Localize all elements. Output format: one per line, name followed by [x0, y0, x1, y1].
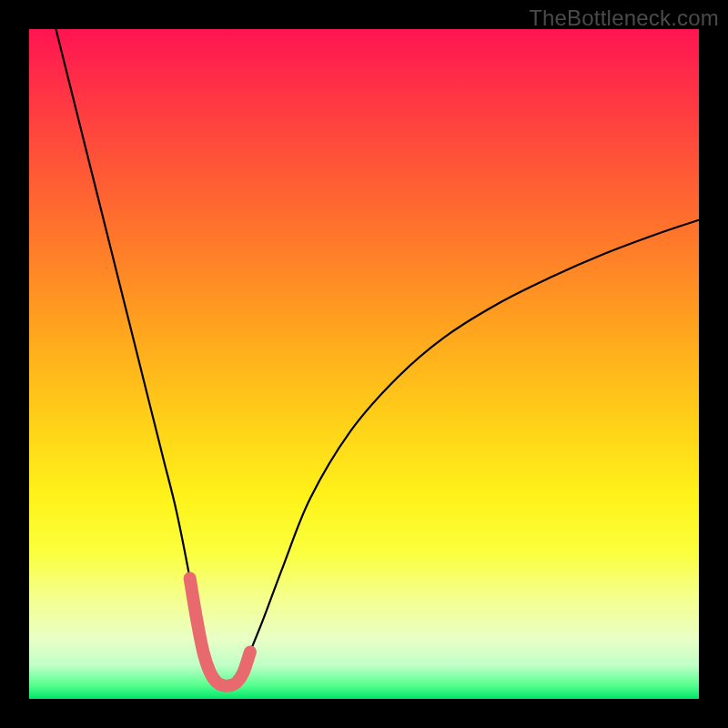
curve-layer	[29, 29, 699, 699]
chart-frame: TheBottleneck.com	[0, 0, 728, 728]
plot-area	[29, 29, 699, 699]
watermark-text: TheBottleneck.com	[529, 5, 719, 31]
highlight-segment-path	[190, 579, 250, 686]
bottleneck-curve-path	[56, 29, 699, 686]
